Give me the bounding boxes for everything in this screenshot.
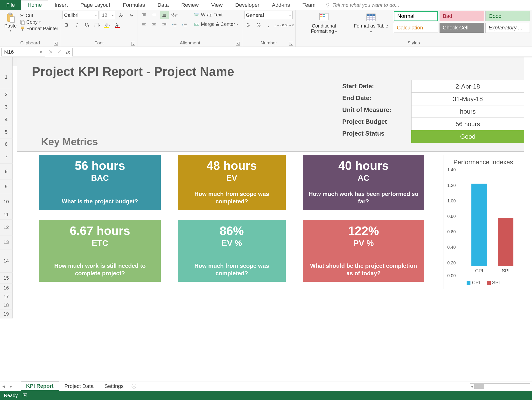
accounting-format-button[interactable]: $▾ bbox=[244, 21, 253, 29]
style-explanatory-button[interactable]: Explanatory ... bbox=[485, 23, 530, 33]
tab-developer[interactable]: Developer bbox=[229, 0, 266, 10]
align-middle-button[interactable] bbox=[150, 11, 159, 19]
row-header-8[interactable]: 8 bbox=[0, 164, 13, 179]
cond-format-icon bbox=[319, 12, 329, 23]
comma-format-button[interactable]: , bbox=[265, 21, 273, 29]
grow-font-button[interactable]: A▴ bbox=[117, 11, 126, 19]
macro-record-icon[interactable] bbox=[22, 392, 28, 399]
style-normal-button[interactable]: Normal bbox=[394, 11, 438, 21]
tell-me-search[interactable]: Tell me what you want to do... bbox=[325, 0, 399, 10]
bold-button[interactable]: B bbox=[62, 21, 71, 29]
row-header-2[interactable]: 2 bbox=[0, 88, 13, 101]
performance-index-chart[interactable]: Performance Indexes 1.40 1.20 1.00 0.80 … bbox=[443, 155, 523, 289]
wrap-icon bbox=[194, 12, 199, 18]
orientation-button[interactable]: ab▾ bbox=[170, 11, 179, 19]
shrink-font-button[interactable]: A▾ bbox=[127, 11, 136, 19]
borders-button[interactable]: ▾ bbox=[93, 21, 101, 29]
card-evp-label: EV % bbox=[221, 238, 242, 248]
name-box[interactable]: N16▾ bbox=[1, 48, 45, 56]
increase-indent-button[interactable] bbox=[180, 21, 189, 28]
row-header-18[interactable]: 18 bbox=[0, 301, 13, 310]
row-header-17[interactable]: 17 bbox=[0, 292, 13, 301]
row-header-12[interactable]: 12 bbox=[0, 220, 13, 235]
tab-review[interactable]: Review bbox=[175, 0, 205, 10]
fx-button[interactable]: fx bbox=[64, 49, 72, 55]
horizontal-scrollbar[interactable]: ◂ bbox=[470, 383, 530, 389]
align-bottom-button[interactable] bbox=[160, 11, 169, 19]
row-header-5[interactable]: 5 bbox=[0, 126, 13, 138]
tab-scroll-right[interactable]: ▸ bbox=[7, 383, 14, 389]
tab-page-layout[interactable]: Page Layout bbox=[74, 0, 117, 10]
tab-home[interactable]: Home bbox=[21, 0, 48, 10]
tab-formulas[interactable]: Formulas bbox=[117, 0, 151, 10]
format-as-table-button[interactable]: Format as Table ▾ bbox=[351, 11, 391, 35]
align-left-button[interactable] bbox=[140, 21, 148, 28]
sheet-tab-project-data[interactable]: Project Data bbox=[59, 381, 99, 391]
row-header-7[interactable]: 7 bbox=[0, 150, 13, 164]
row-header-1[interactable]: 1 bbox=[0, 66, 13, 88]
row-header-6[interactable]: 6 bbox=[0, 138, 13, 150]
align-right-button[interactable] bbox=[160, 21, 169, 28]
cut-button[interactable]: ✂Cut bbox=[20, 13, 58, 18]
tab-scroll-left[interactable]: ◂ bbox=[0, 383, 7, 389]
paste-button[interactable]: Paste▾ bbox=[2, 11, 19, 33]
value-uom[interactable]: hours bbox=[411, 105, 524, 118]
italic-button[interactable]: I bbox=[72, 21, 81, 29]
conditional-formatting-button[interactable]: Conditional Formatting ▾ bbox=[298, 11, 350, 35]
row-header-15[interactable]: 15 bbox=[0, 273, 13, 284]
decrease-indent-button[interactable] bbox=[170, 21, 179, 28]
underline-button[interactable]: U▾ bbox=[83, 21, 91, 29]
row-header-16[interactable]: 16 bbox=[0, 284, 13, 292]
copy-button[interactable]: Copy▾ bbox=[20, 19, 58, 25]
format-painter-button[interactable]: Format Painter bbox=[20, 26, 58, 31]
font-color-button[interactable]: A▾ bbox=[113, 21, 122, 29]
font-launcher[interactable]: ↘ bbox=[131, 42, 135, 46]
increase-decimal-button[interactable]: .0→.00 bbox=[275, 21, 283, 29]
font-size-combo[interactable]: 12▾ bbox=[100, 11, 115, 19]
tab-insert[interactable]: Insert bbox=[48, 0, 74, 10]
tab-data[interactable]: Data bbox=[151, 0, 175, 10]
tab-team[interactable]: Team bbox=[296, 0, 322, 10]
merge-center-button[interactable]: Merge & Center▾ bbox=[192, 21, 240, 28]
select-all-corner[interactable] bbox=[0, 57, 13, 66]
decrease-decimal-button[interactable]: .00→.0 bbox=[285, 21, 294, 29]
enter-formula-button[interactable]: ✓ bbox=[55, 49, 64, 55]
sheet-tab-kpi-report[interactable]: KPI Report bbox=[21, 381, 59, 391]
align-center-button[interactable] bbox=[150, 21, 159, 28]
new-sheet-button[interactable] bbox=[129, 381, 139, 391]
font-name-combo[interactable]: Calibri▾ bbox=[62, 11, 98, 19]
value-budget[interactable]: 56 hours bbox=[411, 118, 524, 130]
alignment-launcher[interactable]: ↘ bbox=[236, 42, 240, 46]
style-bad-button[interactable]: Bad bbox=[440, 11, 484, 21]
tab-view[interactable]: View bbox=[205, 0, 229, 10]
row-header-10[interactable]: 10 bbox=[0, 194, 13, 210]
percent-format-button[interactable]: % bbox=[254, 21, 263, 29]
number-format-combo[interactable]: General▾ bbox=[244, 11, 293, 19]
value-end-date[interactable]: 31-May-18 bbox=[411, 93, 524, 105]
fill-color-button[interactable]: ▾ bbox=[103, 21, 112, 29]
row-header-9[interactable]: 9 bbox=[0, 179, 13, 194]
row-header-13[interactable]: 13 bbox=[0, 235, 13, 249]
value-status[interactable]: Good bbox=[411, 130, 524, 143]
row-header-14[interactable]: 14 bbox=[0, 249, 13, 273]
clipboard-launcher[interactable]: ↘ bbox=[54, 42, 58, 46]
cancel-formula-button[interactable]: ✕ bbox=[46, 49, 55, 55]
tab-file[interactable]: File bbox=[0, 0, 21, 10]
card-pvp-value: 122% bbox=[348, 224, 379, 238]
sheet-tab-settings[interactable]: Settings bbox=[99, 381, 129, 391]
hscroll-thumb[interactable] bbox=[474, 384, 484, 389]
row-header-19[interactable]: 19 bbox=[0, 310, 13, 318]
formula-input[interactable] bbox=[72, 48, 532, 56]
row-header-4[interactable]: 4 bbox=[0, 113, 13, 126]
wrap-text-button[interactable]: Wrap Text bbox=[192, 11, 240, 19]
number-launcher[interactable]: ↘ bbox=[289, 42, 293, 46]
style-calculation-button[interactable]: Calculation bbox=[394, 23, 438, 33]
align-top-button[interactable] bbox=[140, 11, 148, 19]
value-start-date[interactable]: 2-Apr-18 bbox=[411, 80, 524, 93]
row-header-3[interactable]: 3 bbox=[0, 101, 13, 113]
svg-rect-39 bbox=[320, 16, 322, 17]
row-header-11[interactable]: 11 bbox=[0, 210, 13, 220]
style-check-cell-button[interactable]: Check Cell bbox=[440, 23, 484, 33]
tab-addins[interactable]: Add-ins bbox=[266, 0, 296, 10]
style-good-button[interactable]: Good bbox=[485, 11, 530, 21]
